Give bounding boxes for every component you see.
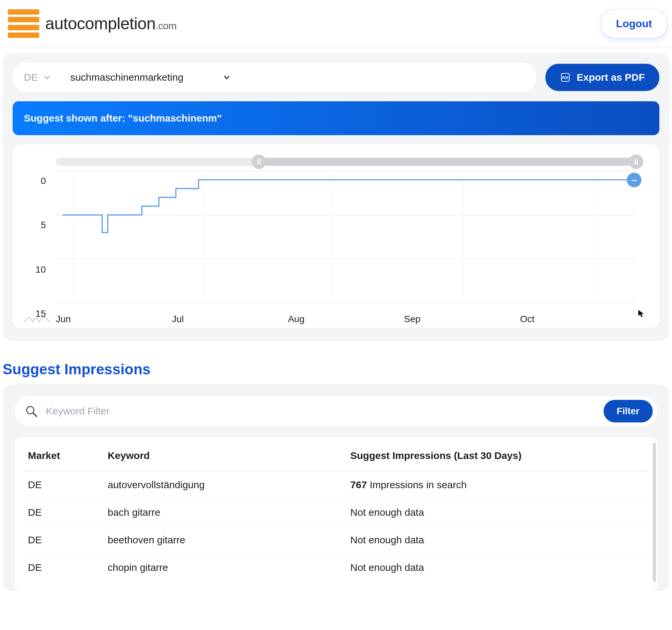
slider-fill (259, 158, 636, 166)
impressions-table: Market Keyword Suggest Impressions (Last… (25, 441, 647, 581)
region-value: DE (24, 72, 38, 83)
cell-keyword: bach gitarre (104, 499, 347, 526)
brand-tld: .com (155, 20, 176, 31)
banner-text: Suggest shown after: "suchmaschinenm" (24, 112, 222, 124)
slider-handle-start[interactable] (251, 154, 266, 169)
svg-text:PDF: PDF (562, 76, 569, 80)
chart-area[interactable]: – (56, 168, 636, 310)
slider-handle-end[interactable] (629, 154, 643, 169)
keyword-select[interactable]: suchmaschinenmarketing (70, 72, 230, 83)
table-row[interactable]: DEautovervollständigung767 Impressions i… (25, 471, 647, 499)
logo-bars-icon (8, 8, 39, 39)
x-tick: Aug (288, 314, 404, 325)
table-row[interactable]: DEchopin gitarreNot enough data (25, 554, 647, 581)
x-tick: Jul (172, 314, 288, 325)
scrollbar[interactable] (653, 443, 656, 582)
chevron-down-icon (223, 74, 230, 81)
cell-keyword: chopin gitarre (104, 554, 347, 581)
y-tick: 10 (26, 264, 46, 275)
x-tick: Oct (520, 314, 636, 325)
keyword-value: suchmaschinenmarketing (70, 72, 184, 83)
th-impressions[interactable]: Suggest Impressions (Last 30 Days) (347, 441, 647, 471)
pdf-icon: PDF (560, 72, 571, 83)
th-keyword[interactable]: Keyword (104, 441, 347, 471)
cell-market: DE (25, 471, 104, 499)
chart-end-knob[interactable]: – (627, 173, 642, 187)
chart-card: 051015 – JunJulAugSepOct (13, 145, 659, 328)
impressions-table-card: Market Keyword Suggest Impressions (Last… (15, 437, 657, 591)
export-pdf-button[interactable]: PDF Export as PDF (545, 64, 659, 91)
selectors: DE suchmaschinenmarketing (13, 63, 536, 92)
cell-impressions: 767 Impressions in search (347, 471, 647, 499)
export-label: Export as PDF (577, 72, 645, 83)
main-panel: DE suchmaschinenmarketing PDF Export as … (3, 53, 669, 341)
cell-impressions: Not enough data (347, 499, 647, 526)
cell-market: DE (25, 526, 104, 554)
region-select[interactable]: DE (24, 72, 61, 83)
section-title: Suggest Impressions (3, 361, 669, 378)
table-row[interactable]: DEbeethoven gitarreNot enough data (25, 526, 647, 554)
brand-name: autocompletion (45, 14, 155, 33)
y-tick: 5 (26, 220, 46, 230)
cell-keyword: autovervollständigung (104, 471, 347, 499)
chart-watermark-icon (23, 311, 52, 325)
y-tick: 0 (26, 176, 46, 186)
topbar: autocompletion.com Logout (0, 0, 672, 48)
controls-row: DE suchmaschinenmarketing PDF Export as … (13, 63, 659, 92)
filter-row: Filter (15, 396, 657, 426)
brand-logo[interactable]: autocompletion.com (8, 8, 176, 39)
x-axis-ticks: JunJulAugSepOct (56, 314, 636, 325)
y-axis-ticks: 051015 (26, 168, 46, 310)
cell-impressions: Not enough data (347, 554, 647, 581)
keyword-filter-input[interactable] (46, 405, 596, 417)
suggest-banner: Suggest shown after: "suchmaschinenm" (13, 101, 659, 135)
table-row[interactable]: DEbach gitarreNot enough data (25, 499, 647, 526)
x-tick: Sep (404, 314, 520, 325)
cursor-icon (638, 309, 646, 318)
search-icon (25, 404, 38, 418)
cell-keyword: beethoven gitarre (104, 526, 347, 554)
th-market[interactable]: Market (25, 441, 104, 471)
impressions-panel: Filter Market Keyword Suggest Impression… (3, 384, 669, 591)
x-tick: Jun (56, 314, 172, 325)
range-slider[interactable] (56, 158, 636, 166)
cell-market: DE (25, 554, 104, 581)
cell-market: DE (25, 499, 104, 526)
svg-line-12 (33, 413, 37, 417)
logout-button[interactable]: Logout (602, 10, 667, 38)
filter-button[interactable]: Filter (603, 400, 653, 423)
cell-impressions: Not enough data (347, 526, 647, 554)
chevron-down-icon (44, 74, 50, 81)
